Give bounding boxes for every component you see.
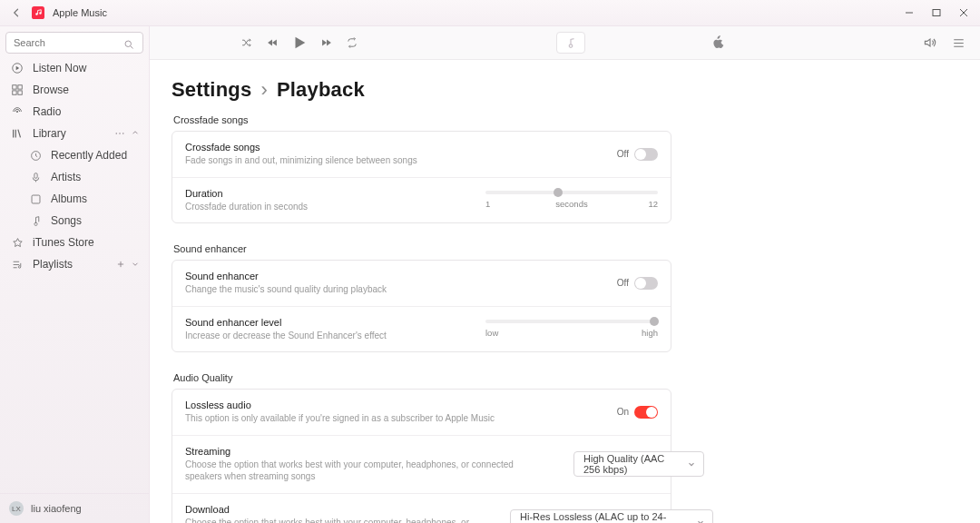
lossless-toggle[interactable]	[634, 406, 658, 419]
download-dropdown[interactable]: Hi-Res Lossless (ALAC up to 24-bit/192 k…	[510, 509, 713, 523]
streaming-dropdown[interactable]: High Quality (AAC 256 kbps)	[573, 451, 704, 477]
svg-rect-14	[32, 195, 40, 203]
queue-button[interactable]	[952, 36, 965, 50]
download-title: Download	[185, 504, 485, 515]
streaming-title: Streaming	[185, 446, 548, 457]
plus-icon[interactable]	[116, 260, 125, 269]
sidebar-item-songs[interactable]: Songs	[4, 210, 145, 232]
account-footer[interactable]: LX liu xiaofeng	[0, 493, 149, 523]
breadcrumb-root[interactable]: Settings	[172, 78, 251, 102]
sidebar-item-playlists[interactable]: Playlists	[4, 253, 145, 275]
slider-max-label: high	[642, 328, 658, 338]
breadcrumb: Settings › Playback	[172, 78, 671, 102]
sidebar-item-radio[interactable]: Radio	[4, 101, 145, 123]
more-icon[interactable]	[114, 128, 125, 139]
enhancer-toggle-title: Sound enhancer	[185, 271, 387, 281]
crossfade-duration-slider[interactable]	[485, 191, 658, 194]
sidebar-item-library[interactable]: Library	[4, 123, 145, 144]
download-desc: Choose the option that works best with y…	[185, 517, 485, 524]
sidebar-item-albums[interactable]: Albums	[4, 188, 145, 210]
slider-min-label: low	[485, 328, 498, 338]
streaming-value: High Quality (AAC 256 kbps)	[583, 453, 683, 475]
microphone-icon	[29, 171, 42, 183]
sidebar-item-label: Library	[33, 127, 66, 140]
sidebar-item-label: Songs	[51, 214, 82, 227]
streaming-desc: Choose the option that works best with y…	[185, 459, 548, 483]
sidebar-item-label: Albums	[51, 192, 87, 205]
section-audio-quality: Lossless audio This option is only avail…	[172, 389, 671, 523]
chevron-up-icon[interactable]	[131, 128, 140, 139]
repeat-button[interactable]	[346, 36, 358, 49]
album-icon	[29, 192, 42, 205]
radio-icon	[11, 105, 24, 118]
enhancer-toggle-state: Off	[617, 278, 629, 288]
grid-icon	[11, 84, 24, 96]
svg-point-10	[119, 133, 121, 134]
svg-rect-6	[13, 91, 16, 94]
svg-rect-4	[13, 85, 16, 89]
section-crossfade-title: Crossfade songs	[173, 114, 670, 125]
enhancer-level-title: Sound enhancer level	[185, 317, 387, 328]
chevron-right-icon: ›	[260, 78, 268, 102]
window-maximize-button[interactable]	[924, 0, 949, 25]
enhancer-toggle-desc: Change the music's sound quality during …	[185, 283, 387, 296]
section-enhancer-title: Sound enhancer	[173, 243, 670, 254]
svg-rect-1	[933, 10, 940, 16]
star-icon	[11, 236, 24, 249]
play-button[interactable]	[291, 35, 308, 51]
lossless-desc: This option is only available if you're …	[185, 412, 495, 425]
svg-point-2	[125, 41, 131, 46]
window-close-button[interactable]	[951, 0, 976, 25]
svg-rect-13	[34, 173, 36, 178]
playlist-icon	[11, 258, 24, 271]
apple-logo-icon	[712, 35, 725, 50]
sidebar-item-itunes-store[interactable]: iTunes Store	[4, 232, 145, 253]
download-value: Hi-Res Lossless (ALAC up to 24-bit/192 k…	[520, 511, 692, 523]
chevron-down-icon[interactable]	[131, 260, 140, 269]
library-icon	[11, 127, 24, 140]
avatar: LX	[9, 501, 24, 516]
next-track-button[interactable]	[320, 36, 333, 49]
crossfade-toggle[interactable]	[634, 148, 658, 161]
svg-rect-5	[18, 85, 22, 89]
chevron-down-icon	[687, 459, 696, 469]
svg-point-9	[116, 133, 118, 134]
section-enhancer: Sound enhancer Change the music's sound …	[172, 260, 671, 352]
slider-min-label: 1	[485, 199, 490, 209]
slider-max-label: 12	[648, 199, 658, 209]
app-title: Apple Music	[53, 7, 107, 18]
sidebar-item-label: Browse	[33, 84, 69, 96]
clock-icon	[29, 149, 42, 162]
previous-track-button[interactable]	[266, 36, 279, 49]
enhancer-toggle[interactable]	[634, 277, 658, 290]
sidebar-item-label: Listen Now	[33, 62, 86, 74]
now-playing-artwork[interactable]	[556, 32, 585, 54]
sidebar-item-recently-added[interactable]: Recently Added	[4, 144, 145, 166]
sidebar-item-listen-now[interactable]: Listen Now	[4, 57, 145, 79]
sidebar-item-browse[interactable]: Browse	[4, 79, 145, 101]
section-crossfade: Crossfade songs Fade songs in and out, m…	[172, 131, 671, 223]
chevron-down-icon	[696, 518, 705, 523]
breadcrumb-current: Playback	[277, 78, 365, 102]
lossless-title: Lossless audio	[185, 400, 495, 410]
enhancer-level-slider[interactable]	[485, 320, 658, 323]
back-button[interactable]	[9, 5, 24, 20]
music-note-icon	[29, 214, 42, 227]
crossfade-toggle-title: Crossfade songs	[185, 142, 417, 153]
enhancer-level-desc: Increase or decrease the Sound Enhancer'…	[185, 330, 387, 342]
sidebar-item-label: Playlists	[33, 258, 73, 271]
volume-button[interactable]	[923, 35, 937, 50]
svg-point-11	[122, 133, 124, 134]
section-audioq-title: Audio Quality	[173, 372, 670, 383]
sidebar-item-artists[interactable]: Artists	[4, 166, 145, 188]
apple-music-app-icon	[31, 5, 45, 20]
svg-rect-7	[18, 91, 22, 94]
crossfade-duration-title: Duration	[185, 188, 308, 199]
shuffle-button[interactable]	[240, 36, 253, 49]
crossfade-toggle-desc: Fade songs in and out, minimizing silenc…	[185, 154, 417, 167]
sidebar-item-label: Artists	[51, 171, 81, 183]
slider-mid-label: seconds	[555, 199, 587, 209]
lossless-state: On	[617, 407, 629, 417]
window-minimize-button[interactable]	[897, 0, 922, 25]
play-circle-icon	[11, 62, 24, 74]
